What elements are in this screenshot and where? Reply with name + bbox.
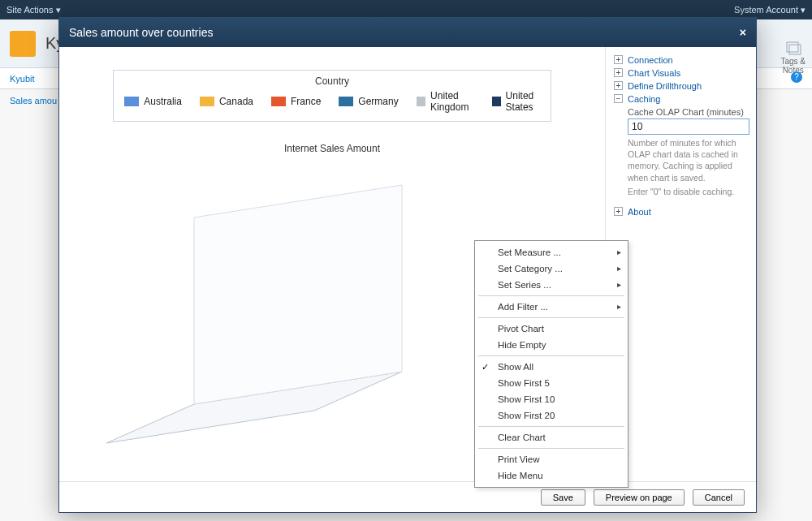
ctx-pivot-chart[interactable]: Pivot Chart [475, 321, 628, 337]
legend-swatch [339, 97, 353, 106]
chart-legend: Country AustraliaCanadaFranceGermanyUnit… [113, 70, 551, 122]
plus-icon: + [614, 81, 623, 90]
accordion-caching[interactable]: −Caching [614, 93, 749, 105]
accordion-define-drillthrough[interactable]: +Define Drillthrough [614, 80, 749, 93]
legend-swatch [271, 97, 286, 106]
modal-titlebar: Sales amount over countries × [59, 18, 756, 47]
legend-item[interactable]: United Kingdom [417, 90, 474, 113]
modal-title: Sales amount over countries [69, 26, 213, 39]
breadcrumb[interactable]: Sales amou [10, 96, 57, 105]
legend-swatch [200, 97, 214, 106]
legend-label: France [291, 96, 321, 107]
accordion-label: Connection [628, 55, 673, 65]
ctx-show-all[interactable]: Show All [475, 359, 628, 375]
accordion-label: Caching [628, 94, 660, 104]
legend-label: United Kingdom [430, 90, 474, 113]
legend-label: Australia [144, 96, 182, 107]
preview-button[interactable]: Preview on page [594, 489, 685, 506]
accordion-connection[interactable]: +Connection [614, 54, 749, 67]
svg-rect-0 [787, 42, 798, 52]
ctx-add-filter[interactable]: Add Filter ... [475, 299, 628, 315]
ctx-show-first-10[interactable]: Show First 10 [475, 391, 628, 407]
caching-panel: Cache OLAP Chart (minutes)Number of minu… [628, 105, 749, 197]
svg-marker-3 [194, 185, 402, 404]
ctx-show-first-20[interactable]: Show First 20 [475, 407, 628, 424]
svg-rect-1 [789, 45, 801, 54]
legend-item[interactable]: Australia [124, 90, 182, 113]
accordion-label: Chart Visuals [628, 68, 680, 78]
legend-label: Canada [219, 96, 253, 107]
ctx-clear-chart[interactable]: Clear Chart [475, 429, 628, 446]
legend-item[interactable]: France [271, 90, 321, 113]
app-icon [10, 31, 36, 57]
plus-icon: + [614, 55, 623, 64]
legend-label: United States [506, 90, 540, 113]
tags-icon [785, 41, 801, 55]
cache-help-text-2: Enter "0" to disable caching. [628, 186, 749, 197]
accordion-label: About [628, 207, 651, 217]
accordion-about[interactable]: +About [614, 205, 749, 218]
plus-icon: + [614, 207, 623, 216]
system-account-menu[interactable]: System Account ▾ [734, 5, 806, 15]
legend-title: Country [128, 75, 536, 87]
cache-help-text: Number of minutes for which OLAP chart d… [628, 137, 749, 183]
ctx-set-series[interactable]: Set Series ... [475, 277, 628, 293]
legend-label: Germany [358, 96, 398, 107]
legend-item[interactable]: United States [492, 90, 540, 113]
ctx-print-view[interactable]: Print View [475, 451, 628, 467]
ctx-set-measure[interactable]: Set Measure ... [475, 244, 628, 260]
site-actions-menu[interactable]: Site Actions ▾ [6, 5, 61, 15]
minus-icon: − [614, 94, 623, 103]
cache-minutes-input[interactable] [628, 118, 749, 135]
tab-kyubit[interactable]: Kyubit [10, 74, 35, 84]
cancel-button[interactable]: Cancel [693, 489, 745, 506]
plus-icon: + [614, 68, 623, 77]
legend-swatch [417, 97, 425, 106]
ctx-show-first-5[interactable]: Show First 5 [475, 375, 628, 391]
ctx-set-category[interactable]: Set Category ... [475, 260, 628, 277]
close-icon[interactable]: × [740, 26, 746, 39]
accordion-label: Define Drillthrough [628, 81, 702, 91]
legend-item[interactable]: Germany [339, 90, 398, 113]
legend-swatch [492, 97, 501, 106]
help-icon[interactable]: ? [791, 71, 802, 83]
cache-minutes-label: Cache OLAP Chart (minutes) [628, 107, 744, 117]
ctx-hide-menu[interactable]: Hide Menu [475, 467, 628, 484]
accordion-chart-visuals[interactable]: +Chart Visuals [614, 67, 749, 80]
chart-design-modal: Sales amount over countries × Country Au… [58, 17, 757, 513]
chart-context-menu: Set Measure ... Set Category ... Set Ser… [474, 240, 628, 488]
tags-notes-button[interactable]: Tags & Notes [780, 41, 806, 75]
chart-title: Internet Sales Amount [89, 143, 576, 154]
save-button[interactable]: Save [541, 489, 585, 506]
legend-swatch [124, 97, 139, 106]
ctx-hide-empty[interactable]: Hide Empty [475, 337, 628, 353]
legend-item[interactable]: Canada [200, 90, 253, 113]
